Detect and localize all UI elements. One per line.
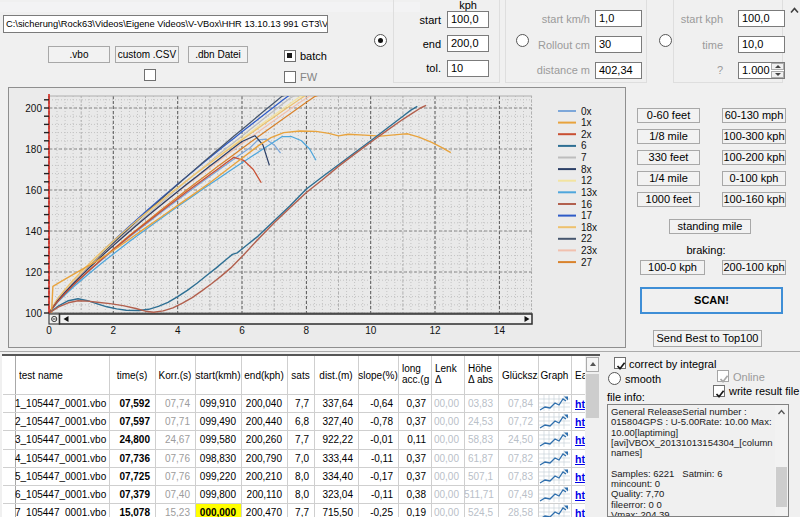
svg-text:18x: 18x (581, 222, 597, 233)
svg-text:16: 16 (581, 199, 593, 210)
svg-text:23x: 23x (581, 245, 597, 256)
svg-text:10: 10 (365, 325, 377, 336)
svg-text:8x: 8x (581, 164, 592, 175)
svg-text:0x: 0x (581, 106, 592, 117)
svg-text:2: 2 (111, 325, 117, 336)
svg-text:6: 6 (581, 140, 587, 151)
svg-text:14: 14 (494, 325, 506, 336)
svg-text:22: 22 (581, 233, 593, 244)
svg-text:7: 7 (581, 152, 587, 163)
svg-text:13x: 13x (581, 187, 597, 198)
svg-text:200: 200 (25, 103, 42, 114)
svg-text:160: 160 (25, 185, 42, 196)
svg-text:8: 8 (304, 325, 310, 336)
svg-text:1x: 1x (581, 117, 592, 128)
svg-text:12: 12 (581, 175, 593, 186)
svg-text:2x: 2x (581, 129, 592, 140)
svg-text:6: 6 (239, 325, 245, 336)
svg-text:0: 0 (46, 325, 52, 336)
svg-text:4: 4 (175, 325, 181, 336)
svg-text:140: 140 (25, 226, 42, 237)
svg-text:27: 27 (581, 257, 593, 268)
svg-text:17: 17 (581, 210, 593, 221)
svg-text:12: 12 (429, 325, 441, 336)
svg-text:180: 180 (25, 144, 42, 155)
svg-text:120: 120 (25, 267, 42, 278)
svg-text:100: 100 (25, 308, 42, 319)
